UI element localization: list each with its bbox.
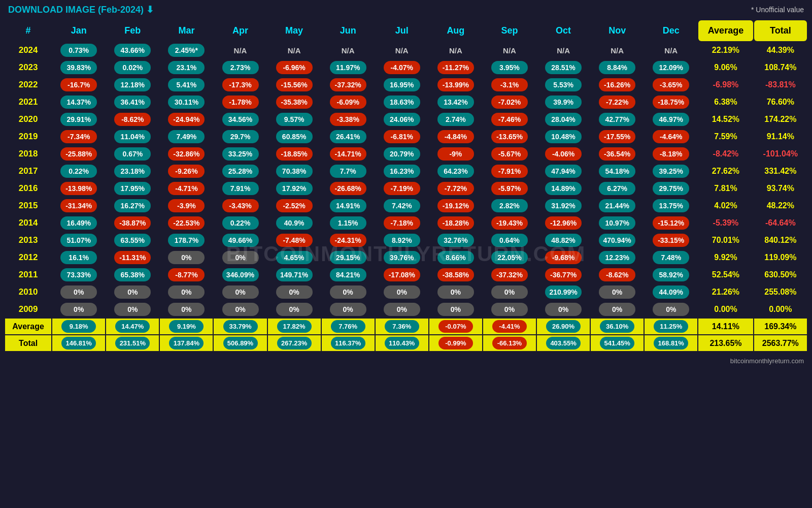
month-cell: -24.31%: [322, 232, 375, 248]
summary-month-cell: -66.13%: [483, 335, 536, 351]
month-cell: 28.04%: [537, 111, 590, 128]
table-row: 2015-31.34%16.27%-3.9%-3.43%-2.52%14.91%…: [5, 198, 807, 214]
col-header-year: #: [5, 20, 51, 41]
month-cell: N/A: [322, 42, 375, 58]
month-cell: -33.15%: [645, 232, 697, 248]
month-cell: -5.97%: [483, 180, 536, 197]
month-cell: 14.91%: [322, 198, 375, 214]
month-cell: 63.55%: [106, 232, 159, 248]
total-cell: -101.04%: [754, 146, 807, 162]
total-cell: 108.74%: [754, 59, 807, 76]
month-cell: 0.73%: [52, 42, 105, 58]
total-cell: 91.14%: [754, 129, 807, 145]
month-cell: 11.97%: [322, 59, 375, 76]
month-cell: -8.77%: [160, 267, 213, 283]
summary-month-cell: 7.76%: [322, 319, 375, 334]
month-cell: 0%: [214, 249, 266, 266]
month-cell: 0%: [52, 284, 105, 300]
summary-avg-cell: 14.11%: [698, 319, 753, 334]
month-cell: -26.68%: [322, 180, 375, 197]
month-cell: -4.06%: [537, 146, 590, 162]
summary-total-cell: 169.34%: [754, 319, 807, 334]
month-cell: -13.99%: [429, 77, 482, 93]
month-cell: 0%: [106, 284, 159, 300]
month-cell: 4.65%: [268, 249, 321, 266]
year-label: 2023: [5, 59, 51, 76]
col-header-avg: Average: [698, 20, 753, 41]
avg-cell: 0.00%: [698, 301, 753, 318]
month-cell: 0%: [268, 284, 321, 300]
month-cell: -38.58%: [429, 267, 482, 283]
year-label: 2016: [5, 180, 51, 197]
month-cell: N/A: [376, 42, 428, 58]
month-cell: N/A: [537, 42, 590, 58]
month-cell: 0%: [106, 301, 159, 318]
summary-month-cell: 14.47%: [106, 319, 159, 334]
total-cell: 174.22%: [754, 111, 807, 128]
month-cell: N/A: [645, 42, 697, 58]
month-cell: -9.26%: [160, 163, 213, 179]
month-cell: 11.04%: [106, 129, 159, 145]
month-cell: -3.43%: [214, 198, 266, 214]
month-cell: -24.94%: [160, 111, 213, 128]
month-cell: 0.02%: [106, 59, 159, 76]
month-cell: 49.66%: [214, 232, 266, 248]
year-label: 2020: [5, 111, 51, 128]
month-cell: -17.08%: [376, 267, 428, 283]
month-cell: 13.75%: [645, 198, 697, 214]
avg-cell: 27.62%: [698, 163, 753, 179]
month-cell: 73.33%: [52, 267, 105, 283]
month-cell: N/A: [214, 42, 266, 58]
month-cell: 31.92%: [537, 198, 590, 214]
month-cell: 7.91%: [214, 180, 266, 197]
month-cell: -7.02%: [483, 94, 536, 110]
header-row: # Jan Feb Mar Apr May Jun Jul Aug Sep Oc…: [5, 20, 807, 41]
month-cell: 0%: [214, 284, 266, 300]
table-row: 20240.73%43.66%2.45%*N/AN/AN/AN/AN/AN/AN…: [5, 42, 807, 58]
table-row: 20100%0%0%0%0%0%0%0%0%210.99%0%44.09%21.…: [5, 284, 807, 300]
month-cell: 46.97%: [645, 111, 697, 128]
month-cell: -16.7%: [52, 77, 105, 93]
month-cell: 0%: [160, 249, 213, 266]
year-label: 2022: [5, 77, 51, 93]
avg-cell: 52.54%: [698, 267, 753, 283]
month-cell: 25.28%: [214, 163, 266, 179]
month-cell: 58.92%: [645, 267, 697, 283]
year-label: 2011: [5, 267, 51, 283]
month-cell: -8.62%: [591, 267, 644, 283]
month-cell: 23.1%: [160, 59, 213, 76]
month-cell: 14.37%: [52, 94, 105, 110]
avg-cell: 22.19%: [698, 42, 753, 58]
month-cell: 0.67%: [106, 146, 159, 162]
month-cell: 0%: [322, 301, 375, 318]
month-cell: -32.86%: [160, 146, 213, 162]
month-cell: 0%: [537, 301, 590, 318]
month-cell: N/A: [429, 42, 482, 58]
download-link[interactable]: DOWNLOAD IMAGE (Feb-2024) ⬇: [8, 4, 154, 15]
month-cell: -37.32%: [322, 77, 375, 93]
table-row: 201173.33%65.38%-8.77%346.09%149.71%84.2…: [5, 267, 807, 283]
month-cell: -22.53%: [160, 215, 213, 231]
month-cell: -7.34%: [52, 129, 105, 145]
month-cell: 0%: [322, 284, 375, 300]
month-cell: 0%: [376, 284, 428, 300]
month-cell: 29.91%: [52, 111, 105, 128]
avg-cell: 21.26%: [698, 284, 753, 300]
avg-row-row-element: Average9.18%14.47%9.19%33.79%17.82%7.76%…: [5, 319, 807, 334]
month-cell: -37.32%: [483, 267, 536, 283]
summary-month-cell: 116.37%: [322, 335, 375, 351]
summary-month-cell: 36.10%: [591, 319, 644, 334]
month-cell: -12.96%: [537, 215, 590, 231]
month-cell: 0%: [214, 301, 266, 318]
month-cell: 12.23%: [591, 249, 644, 266]
month-cell: -17.55%: [591, 129, 644, 145]
month-cell: 210.99%: [537, 284, 590, 300]
month-cell: -15.12%: [645, 215, 697, 231]
month-cell: 21.44%: [591, 198, 644, 214]
total-cell: 0.00%: [754, 301, 807, 318]
month-cell: 30.11%: [160, 94, 213, 110]
month-cell: -6.96%: [268, 59, 321, 76]
table-row: 202029.91%-8.62%-24.94%34.56%9.57%-3.38%…: [5, 111, 807, 128]
month-cell: 18.63%: [376, 94, 428, 110]
month-cell: 65.38%: [106, 267, 159, 283]
